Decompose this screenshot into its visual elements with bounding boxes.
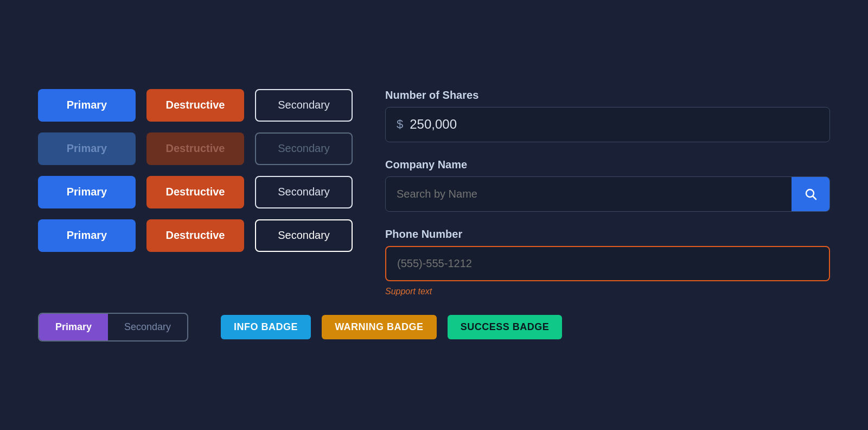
primary-button-2-disabled: Primary bbox=[38, 132, 136, 165]
destructive-button-2-disabled: Destructive bbox=[146, 132, 244, 165]
content-area: Primary Destructive Secondary Primary De… bbox=[38, 89, 830, 296]
phone-input[interactable] bbox=[397, 247, 818, 280]
secondary-button-1[interactable]: Secondary bbox=[255, 89, 353, 122]
phone-input-container bbox=[385, 246, 830, 281]
svg-line-1 bbox=[813, 197, 816, 200]
destructive-button-3[interactable]: Destructive bbox=[146, 176, 244, 208]
form-panel: Number of Shares $ Company Name bbox=[385, 89, 830, 296]
main-container: Primary Destructive Secondary Primary De… bbox=[16, 67, 852, 363]
search-icon bbox=[804, 187, 817, 200]
shares-form-group: Number of Shares $ bbox=[385, 89, 830, 142]
phone-label: Phone Number bbox=[385, 228, 830, 241]
toggle-primary-button[interactable]: Primary bbox=[39, 314, 108, 340]
button-row-2: Primary Destructive Secondary bbox=[38, 132, 353, 165]
primary-button-3[interactable]: Primary bbox=[38, 176, 136, 208]
toggle-secondary-button[interactable]: Secondary bbox=[108, 314, 187, 340]
badges-container: INFO BADGE WARNING BADGE SUCCESS BADGE bbox=[221, 315, 562, 339]
toggle-group: Primary Secondary bbox=[38, 313, 188, 342]
search-button[interactable] bbox=[792, 176, 829, 212]
company-search-input[interactable] bbox=[386, 177, 792, 211]
secondary-button-4[interactable]: Secondary bbox=[255, 219, 353, 252]
secondary-button-3[interactable]: Secondary bbox=[255, 176, 353, 208]
shares-input-container: $ bbox=[385, 107, 830, 142]
currency-prefix: $ bbox=[397, 117, 403, 131]
bottom-row: Primary Secondary INFO BADGE WARNING BAD… bbox=[38, 313, 830, 342]
shares-label: Number of Shares bbox=[385, 89, 830, 102]
warning-badge: WARNING BADGE bbox=[322, 315, 437, 339]
destructive-button-1[interactable]: Destructive bbox=[146, 89, 244, 122]
secondary-button-2-disabled: Secondary bbox=[255, 132, 353, 165]
primary-button-1[interactable]: Primary bbox=[38, 89, 136, 122]
company-search-container bbox=[385, 176, 830, 212]
shares-input[interactable] bbox=[410, 117, 819, 132]
destructive-button-4[interactable]: Destructive bbox=[146, 219, 244, 252]
support-text: Support text bbox=[385, 287, 830, 296]
company-label: Company Name bbox=[385, 159, 830, 171]
button-row-4: Primary Destructive Secondary bbox=[38, 219, 353, 252]
primary-button-4[interactable]: Primary bbox=[38, 219, 136, 252]
phone-form-group: Phone Number Support text bbox=[385, 228, 830, 296]
company-form-group: Company Name bbox=[385, 159, 830, 212]
buttons-panel: Primary Destructive Secondary Primary De… bbox=[38, 89, 353, 296]
info-badge: INFO BADGE bbox=[221, 315, 311, 339]
button-row-1: Primary Destructive Secondary bbox=[38, 89, 353, 122]
button-row-3: Primary Destructive Secondary bbox=[38, 176, 353, 208]
success-badge: SUCCESS BADGE bbox=[448, 315, 563, 339]
